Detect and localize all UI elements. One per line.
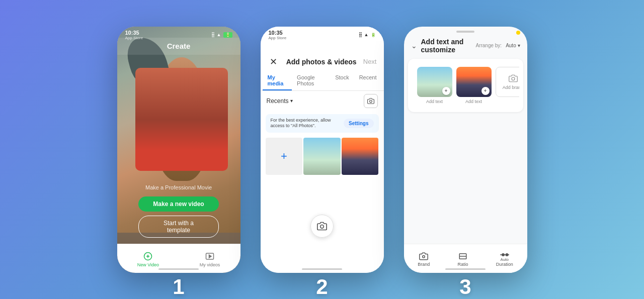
signal-icon: ▲ xyxy=(217,32,221,37)
auto-duration-container: Auto Duration xyxy=(496,252,513,267)
screen1-header: Create xyxy=(167,42,191,50)
add-photo-cell[interactable]: + xyxy=(266,138,303,175)
camera-button[interactable] xyxy=(364,94,378,108)
chevron-down-icon-3: ▾ xyxy=(518,43,520,48)
tabs-row: My media Google Photos Stock Recent xyxy=(261,71,384,91)
city-thumbnail: + xyxy=(456,67,492,97)
status-bar-2: 10:35 App Store ⣿ ▲ 🔋 xyxy=(261,27,384,41)
step-1: 1 xyxy=(173,275,184,299)
svg-point-6 xyxy=(320,225,324,228)
signal-icon-2: ▲ xyxy=(364,32,369,37)
svg-point-5 xyxy=(369,100,372,103)
city-photo xyxy=(342,138,379,175)
tab-my-media[interactable]: My media xyxy=(263,71,292,90)
yellow-dot-indicator xyxy=(516,31,520,35)
settings-button[interactable]: Settings xyxy=(344,119,373,128)
status-icons-1: ⣿ ▲ 🔋 xyxy=(211,32,232,38)
sky-thumbnail: + xyxy=(417,67,452,97)
status-time-2: 10:35 App Store xyxy=(269,30,287,40)
screen3-title: Add text and customize xyxy=(421,38,472,54)
step-3: 3 xyxy=(459,275,471,299)
recents-row: Recents ▾ xyxy=(261,91,384,111)
brand-icon xyxy=(509,74,518,83)
plus-badge-sky: + xyxy=(442,87,450,95)
battery-icon: 🔋 xyxy=(223,32,232,38)
permission-banner: For the best experience, allow access to… xyxy=(266,114,379,133)
svg-point-12 xyxy=(502,254,505,256)
media-card-sky[interactable]: + Add text xyxy=(417,67,452,104)
screen2-title: Add photos & videos xyxy=(286,58,357,66)
add-text-label-1: Add text xyxy=(426,99,443,104)
svg-point-8 xyxy=(423,256,425,258)
add-text-label-2: Add text xyxy=(465,99,482,104)
photo-city[interactable] xyxy=(342,138,379,175)
brand-nav-icon xyxy=(419,252,428,261)
make-new-video-button[interactable]: Make a new video xyxy=(138,196,219,212)
new-video-icon xyxy=(143,251,153,261)
camera-fab-button[interactable] xyxy=(310,215,334,238)
nav-ratio[interactable]: Ratio xyxy=(457,252,468,267)
phone-screen-2: 10:35 App Store ⣿ ▲ 🔋 ✕ Add photos & vid… xyxy=(261,27,384,273)
add-icon: + xyxy=(281,150,287,163)
svg-point-13 xyxy=(506,254,508,256)
home-indicator-3 xyxy=(445,268,486,270)
tab-stock[interactable]: Stock xyxy=(330,71,354,90)
home-indicator-1 xyxy=(158,268,199,270)
step-2: 2 xyxy=(316,275,328,299)
close-button[interactable]: ✕ xyxy=(268,56,280,67)
tab-recent[interactable]: Recent xyxy=(354,71,382,90)
chevron-down-button[interactable]: ⌄ xyxy=(411,42,417,50)
ratio-nav-icon xyxy=(458,252,467,261)
nav-brand[interactable]: Brand xyxy=(418,252,430,267)
wifi-icon: ⣿ xyxy=(211,32,215,37)
chevron-down-icon: ▾ xyxy=(290,98,293,104)
media-card-brand[interactable]: Add brand xyxy=(496,67,519,104)
photo-sky[interactable] xyxy=(303,138,341,175)
sky-photo xyxy=(303,138,341,175)
svg-point-7 xyxy=(512,77,515,80)
nav-auto-duration[interactable]: Auto Duration xyxy=(496,252,513,267)
media-cards: + Add text + Add text xyxy=(412,63,519,108)
screen2-content: 10:35 App Store ⣿ ▲ 🔋 ✕ Add photos & vid… xyxy=(261,27,384,273)
add-brand-text: Add brand xyxy=(503,85,519,90)
screen3-header: ⌄ Add text and customize Arrange by: Aut… xyxy=(404,35,527,57)
plus-badge-city: + xyxy=(481,87,490,95)
home-indicator-2 xyxy=(302,268,342,270)
arrange-label: Arrange by: xyxy=(475,43,502,48)
next-button[interactable]: Next xyxy=(363,58,377,65)
media-card-city[interactable]: + Add text xyxy=(456,67,492,104)
tab-google-photos[interactable]: Google Photos xyxy=(292,71,330,90)
nav-my-videos[interactable]: My videos xyxy=(200,251,220,267)
wifi-icon-2: ⣿ xyxy=(359,32,362,37)
nav-new-video[interactable]: New Video xyxy=(137,251,159,267)
status-icons-2: ⣿ ▲ 🔋 xyxy=(359,32,376,37)
photos-grid: + xyxy=(261,136,384,177)
status-bar-1: 10:35 App Store ⣿ ▲ 🔋 xyxy=(117,27,240,41)
media-preview-card: + Add text + Add text xyxy=(408,59,523,112)
phone-screen-1: 10:35 App Store ⣿ ▲ 🔋 Create Make a Prof… xyxy=(117,27,240,273)
start-with-template-button[interactable]: Start with a template xyxy=(138,216,219,238)
add-brand-cell: Add brand xyxy=(496,67,519,97)
arrange-value[interactable]: Auto ▾ xyxy=(506,43,520,48)
recents-label: Recents ▾ xyxy=(267,97,293,105)
svg-marker-4 xyxy=(209,255,211,258)
battery-icon-2: 🔋 xyxy=(371,33,376,37)
phone-screen-3: ⌄ Add text and customize Arrange by: Aut… xyxy=(404,27,527,273)
drag-handle xyxy=(456,31,474,33)
screen2-header: ✕ Add photos & videos Next xyxy=(261,41,384,71)
status-time-1: 10:35 App Store xyxy=(125,30,143,40)
professional-text: Make a Professional Movie xyxy=(145,184,212,190)
add-brand-label xyxy=(512,99,514,104)
my-videos-icon xyxy=(205,251,215,261)
